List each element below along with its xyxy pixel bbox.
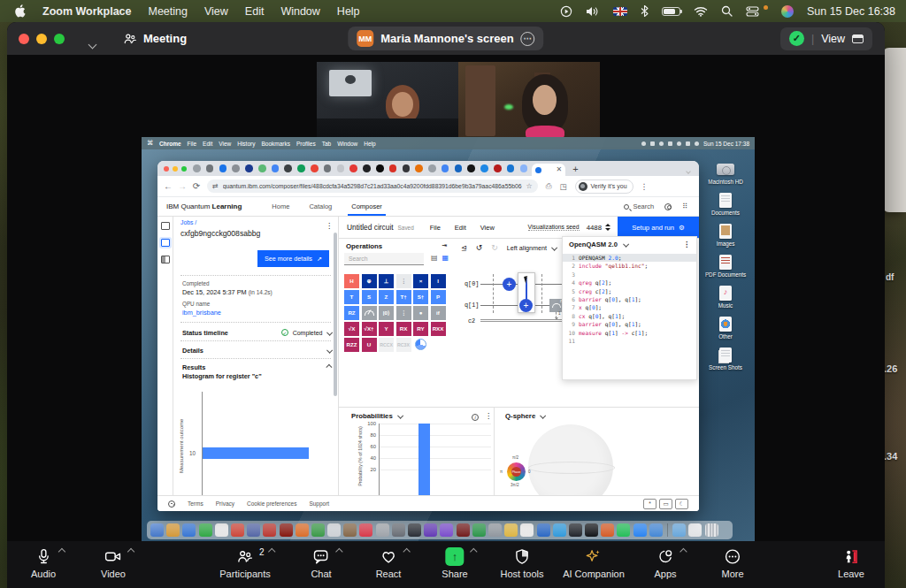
dock-app-icon[interactable] xyxy=(553,523,566,537)
gate-rx[interactable]: RX xyxy=(396,322,411,336)
chevron-up-icon[interactable] xyxy=(335,548,342,555)
save-icon[interactable]: ⎙ xyxy=(546,181,552,191)
chevron-up-icon[interactable] xyxy=(403,548,410,555)
ibm-tab-catalog[interactable]: Catalog xyxy=(309,197,332,216)
panel-collapse-icon[interactable]: ⇥ xyxy=(441,242,447,249)
dock-app-icon[interactable] xyxy=(601,523,614,537)
minimize-button[interactable] xyxy=(173,166,178,172)
status-timeline-section[interactable]: Status timeline ✓Completed xyxy=(182,326,331,339)
dock-app-icon[interactable] xyxy=(457,523,470,537)
bookmark-star-icon[interactable]: ☆ xyxy=(526,182,533,190)
footer-link-cookie-preferences[interactable]: Cookie preferences xyxy=(247,500,296,507)
desktop-icon-documents[interactable]: Documents xyxy=(700,193,751,216)
circuit-menu-file[interactable]: File xyxy=(430,224,441,232)
circuit-name[interactable]: Untitled circuit xyxy=(347,223,394,232)
dock-app-icon[interactable] xyxy=(504,523,518,537)
cookie-icon[interactable] xyxy=(168,500,175,508)
shared-menu-history[interactable]: History xyxy=(237,141,255,147)
dock-app-icon[interactable] xyxy=(311,523,325,537)
desktop-icon-screen-shots[interactable]: Screen Shots xyxy=(700,347,751,370)
dock-app-icon[interactable] xyxy=(376,523,389,537)
extensions-icon[interactable]: ◳ xyxy=(560,182,567,191)
pinned-tab-favicon[interactable] xyxy=(480,164,488,172)
gate-search-input[interactable]: Search xyxy=(344,253,424,265)
shared-menu-window[interactable]: Window xyxy=(337,141,357,147)
gate--0-[interactable]: |0⟩ xyxy=(379,306,394,320)
shared-menu-tab[interactable]: Tab xyxy=(322,141,331,147)
view-control[interactable]: ✓ | View xyxy=(780,27,872,50)
siri-icon[interactable] xyxy=(781,5,794,18)
gate--[interactable]: ⋮ xyxy=(396,274,411,288)
gate-rzz[interactable]: RZZ xyxy=(344,338,359,352)
dock-app-icon[interactable] xyxy=(150,523,164,537)
panel-menu-icon[interactable]: ⋮ xyxy=(485,412,492,420)
measurement-gate[interactable] xyxy=(549,299,563,312)
jobs-panel-icon[interactable] xyxy=(161,239,170,247)
uk-flag-icon[interactable] xyxy=(613,7,627,16)
menu-edit[interactable]: Edit xyxy=(245,5,265,18)
more-options-icon[interactable]: ⋯ xyxy=(521,32,535,46)
setup-and-run-button[interactable]: Setup and run⚙ xyxy=(618,217,699,238)
pinned-tab-favicon[interactable] xyxy=(297,164,305,172)
seed-value[interactable]: 4488 xyxy=(587,224,602,232)
code-line[interactable]: 4qreg q[2]; xyxy=(563,279,696,286)
pinned-tab-favicon[interactable] xyxy=(494,164,502,172)
chevron-up-icon[interactable] xyxy=(680,548,687,555)
footer-link-terms[interactable]: Terms xyxy=(188,500,203,507)
control-center-icon[interactable] xyxy=(746,6,759,17)
pinned-tab-favicon[interactable] xyxy=(206,164,214,172)
desktop-icon-music[interactable]: Music xyxy=(700,286,751,309)
info-icon[interactable]: i xyxy=(472,414,479,421)
pinned-tab-favicon[interactable] xyxy=(415,164,423,172)
dock-app-icon[interactable] xyxy=(408,523,421,537)
meeting-tab[interactable]: Meeting xyxy=(123,32,187,46)
dock-app-icon[interactable] xyxy=(569,523,582,537)
chevron-up-icon[interactable] xyxy=(58,548,65,555)
screen-mirroring-icon[interactable] xyxy=(560,5,572,18)
gate-s-[interactable]: S† xyxy=(413,290,428,304)
participant-video-2[interactable] xyxy=(458,62,600,141)
gate-t[interactable]: T xyxy=(344,290,359,304)
desktop-icon-images[interactable]: Images xyxy=(700,224,751,247)
dock-app-icon[interactable] xyxy=(688,523,702,537)
participants-button[interactable]: 2Participants xyxy=(219,546,270,579)
redo-icon[interactable]: ↻ xyxy=(491,243,498,252)
qubit-label[interactable]: q[0] xyxy=(465,280,479,287)
circuit-menu-edit[interactable]: Edit xyxy=(455,224,466,232)
host-tools-button[interactable]: Host tools xyxy=(501,546,544,579)
barrier-gate[interactable] xyxy=(493,274,494,313)
x-gate[interactable]: + xyxy=(503,278,516,291)
code-line[interactable]: 3 xyxy=(563,271,696,279)
desktop-icon-pdf-documents[interactable]: PDF Documents xyxy=(700,255,751,278)
leave-button[interactable]: Leave xyxy=(838,546,864,579)
dock-app-icon[interactable] xyxy=(182,523,196,537)
classical-register-label[interactable]: c2 xyxy=(468,317,475,325)
pinned-tab-favicon[interactable] xyxy=(349,164,357,172)
dock-app-icon[interactable] xyxy=(585,523,598,537)
menu-meeting[interactable]: Meeting xyxy=(148,5,187,18)
gate-rc3x[interactable]: RC3X xyxy=(396,338,411,352)
dock-app-icon[interactable] xyxy=(672,523,686,537)
dock-app-icon[interactable] xyxy=(440,523,453,537)
dock-app-icon[interactable] xyxy=(263,523,276,537)
apple-logo-icon[interactable] xyxy=(14,4,26,18)
shared-menu-help[interactable]: Help xyxy=(364,141,375,147)
code-line[interactable]: 10measure q[1] -> c[1]; xyxy=(563,329,696,337)
pinned-tab-favicon[interactable] xyxy=(467,164,475,172)
shared-screen-pill[interactable]: MM Maria Mannone's screen ⋯ xyxy=(348,27,543,50)
chat-button[interactable]: Chat xyxy=(311,546,331,579)
undo-icon[interactable]: ↺ xyxy=(476,243,483,252)
search-button[interactable]: Search xyxy=(624,202,654,210)
dock-app-icon[interactable] xyxy=(488,523,502,537)
files-panel-icon[interactable] xyxy=(161,222,170,230)
gate-i[interactable]: I xyxy=(431,274,446,288)
forward-button[interactable]: → xyxy=(175,181,189,191)
gate--[interactable]: × xyxy=(413,274,428,288)
code-line[interactable]: 5creg c[2]; xyxy=(563,287,696,295)
code-line[interactable]: 6barrier q[0], q[1]; xyxy=(563,295,696,303)
gate--x-[interactable]: √X† xyxy=(362,322,377,336)
chevron-up-icon[interactable] xyxy=(470,548,477,555)
shared-menu-file[interactable]: File xyxy=(188,141,196,147)
dock-app-icon[interactable] xyxy=(520,523,534,537)
collapse-left-icon[interactable]: ⊴ xyxy=(461,244,467,252)
